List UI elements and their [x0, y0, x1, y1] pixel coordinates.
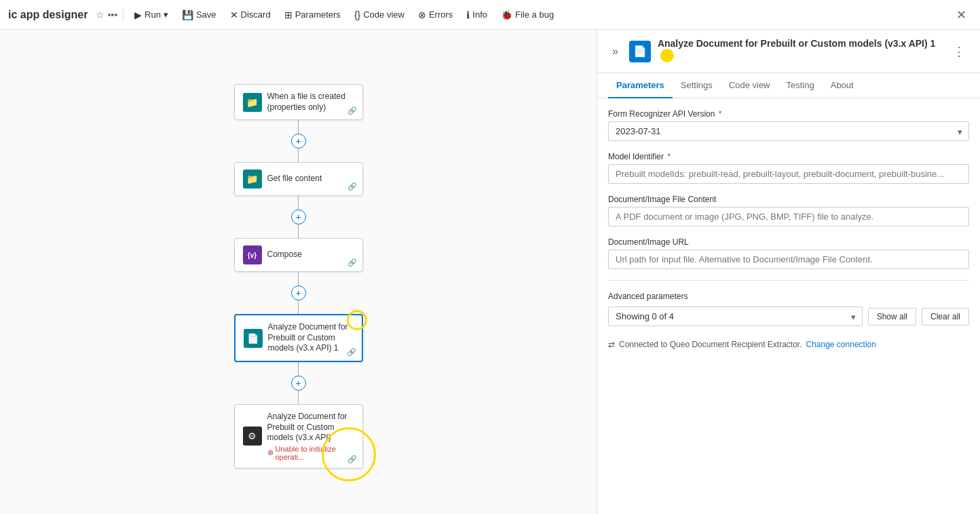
run-icon: ▶: [134, 9, 142, 20]
run-button[interactable]: ▶ Run ▾: [129, 7, 174, 23]
add-step-4[interactable]: +: [291, 376, 306, 391]
file-bug-button[interactable]: 🐞 File a bug: [495, 7, 559, 23]
api-version-select[interactable]: 2023-07-31 2022-08-31 2021-09-30: [608, 121, 969, 141]
node1-icon: 📁: [243, 93, 262, 112]
node3-link-icon: 🔗: [347, 258, 357, 267]
tab-testing[interactable]: Testing: [778, 73, 823, 98]
change-connection-link[interactable]: Change connection: [806, 340, 875, 349]
advanced-select[interactable]: Showing 0 of 4: [608, 307, 863, 326]
bug-icon: 🐞: [501, 9, 512, 20]
field-file-content-label: Document/Image File Content: [608, 195, 969, 204]
errors-icon: ⊗: [418, 9, 426, 20]
canvas-area: 📁 When a file is created(properties only…: [0, 30, 597, 514]
panel-title-badge: [660, 49, 674, 62]
add-step-2[interactable]: +: [291, 210, 306, 224]
connector-line-4b: [298, 391, 299, 404]
node1-link-icon: 🔗: [347, 106, 357, 115]
field-api-version: Form Recognizer API Version * 2023-07-31…: [608, 109, 969, 141]
panel-more-button[interactable]: ⋮: [949, 43, 969, 60]
model-identifier-input[interactable]: [608, 164, 969, 184]
tab-settings[interactable]: Settings: [673, 73, 721, 98]
errors-button[interactable]: ⊗ Errors: [413, 7, 458, 23]
code-view-icon: {}: [354, 9, 360, 20]
panel-header-icon: 📄: [629, 41, 651, 62]
right-panel: » 📄 Analyze Document for Prebuilt or Cus…: [597, 30, 980, 514]
top-bar: ic app designer ☆ ••• ▶ Run ▾ 💾 Save ✕ D…: [0, 0, 980, 30]
field-model-identifier: Model Identifier *: [608, 152, 969, 184]
image-url-input[interactable]: [608, 250, 969, 269]
flow-node-1[interactable]: 📁 When a file is created(properties only…: [234, 84, 363, 120]
required-star-2: *: [667, 152, 671, 161]
discard-button[interactable]: ✕ Discard: [225, 7, 276, 23]
advanced-controls: Showing 0 of 4 Show all Clear all: [608, 307, 969, 326]
connector-line-1: [298, 120, 299, 134]
add-step-3[interactable]: +: [291, 285, 306, 300]
info-button[interactable]: ℹ Info: [461, 7, 493, 23]
panel-title: Analyze Document for Prebuilt or Custom …: [658, 38, 942, 64]
panel-header: » 📄 Analyze Document for Prebuilt or Cus…: [597, 30, 980, 73]
panel-content: Form Recognizer API Version * 2023-07-31…: [597, 98, 980, 514]
required-star-1: *: [719, 109, 722, 119]
flow-node-2[interactable]: 📁 Get file content 🔗: [234, 162, 363, 196]
run-dropdown-icon: ▾: [164, 9, 168, 20]
connection-info: ⇄ Connected to Queo Document Recipient E…: [608, 340, 969, 349]
node5-link-icon: 🔗: [347, 455, 357, 464]
separator: [123, 8, 124, 22]
advanced-select-wrapper: Showing 0 of 4: [608, 307, 863, 326]
discard-icon: ✕: [230, 9, 238, 20]
field-image-url-label: Document/Image URL: [608, 237, 969, 247]
field-image-url: Document/Image URL: [608, 237, 969, 269]
main-layout: 📁 When a file is created(properties only…: [0, 30, 980, 514]
app-title: ic app designer: [8, 9, 88, 21]
flow-node-4[interactable]: 📄 Analyze Document for Prebuilt or Custo…: [234, 314, 363, 362]
add-step-1[interactable]: +: [291, 134, 306, 149]
connector-4: +: [291, 362, 306, 404]
code-view-button[interactable]: {} Code view: [349, 7, 410, 23]
parameters-icon: ⊞: [284, 9, 293, 20]
advanced-label: Advanced parameters: [608, 292, 969, 301]
info-icon: ℹ: [466, 9, 470, 20]
node4-icon: 📄: [244, 329, 263, 348]
more-icon: •••: [107, 9, 117, 20]
flow-node-5[interactable]: ⚙ Analyze Document for Prebuilt or Custo…: [234, 404, 363, 469]
node2-icon: 📁: [243, 170, 262, 189]
node5-icon: ⚙: [243, 427, 262, 446]
panel-tabs: Parameters Settings Code view Testing Ab…: [597, 73, 980, 98]
panel-expand-button[interactable]: »: [608, 44, 622, 59]
connector-2: +: [291, 196, 306, 238]
tab-about[interactable]: About: [823, 73, 862, 98]
field-model-label: Model Identifier *: [608, 152, 969, 161]
tab-code-view[interactable]: Code view: [721, 73, 778, 98]
connector-line-2: [298, 196, 299, 210]
field-file-content: Document/Image File Content: [608, 195, 969, 226]
connection-text: Connected to Queo Document Recipient Ext…: [619, 340, 802, 349]
node4-label: Analyze Document for Prebuilt or Custom …: [268, 322, 354, 354]
node3-icon: {v}: [243, 245, 262, 264]
flow-node-3[interactable]: {v} Compose 🔗: [234, 238, 363, 272]
api-version-select-wrapper: 2023-07-31 2022-08-31 2021-09-30: [608, 121, 969, 141]
star-icon: ☆: [96, 9, 105, 20]
connector-line-3b: [298, 300, 299, 314]
connector-line-3: [298, 272, 299, 285]
file-content-input[interactable]: [608, 207, 969, 226]
connector-3: +: [291, 272, 306, 314]
clear-all-button[interactable]: Clear all: [922, 308, 969, 325]
node2-label: Get file content: [267, 174, 322, 184]
error-icon: ⊗: [267, 448, 274, 457]
node2-link-icon: 🔗: [347, 182, 357, 191]
show-all-button[interactable]: Show all: [868, 308, 916, 325]
error-message: Unable to initialize operati...: [276, 445, 354, 461]
connector-line-2b: [298, 224, 299, 238]
tab-parameters[interactable]: Parameters: [608, 73, 673, 98]
node5-error: ⊗ Unable to initialize operati...: [267, 445, 354, 461]
node3-label: Compose: [267, 250, 302, 260]
field-api-version-label: Form Recognizer API Version *: [608, 109, 969, 119]
close-button[interactable]: ✕: [951, 5, 972, 25]
save-icon: 💾: [182, 9, 193, 20]
node1-label: When a file is created(properties only): [267, 92, 345, 113]
connection-icon: ⇄: [608, 340, 615, 349]
node5-content: Analyze Document for Prebuilt or Custom …: [267, 412, 354, 461]
advanced-section: Advanced parameters Showing 0 of 4 Show …: [608, 280, 969, 326]
save-button[interactable]: 💾 Save: [176, 7, 222, 23]
parameters-button[interactable]: ⊞ Parameters: [279, 7, 346, 23]
